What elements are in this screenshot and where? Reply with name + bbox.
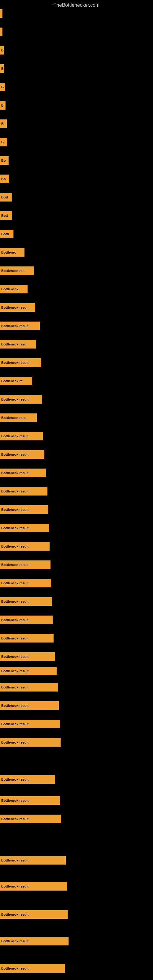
bar: Bottleneck result: [0, 450, 45, 459]
bar: Bottleneck re: [0, 377, 32, 385]
bar-row: Bottleneck result: [0, 487, 153, 495]
bar-row: Bo: [0, 175, 153, 183]
bar-row: Bottleneck result: [0, 775, 153, 784]
bar: Bottleneck result: [0, 487, 48, 495]
bar-row: Bottleneck result: [0, 815, 153, 823]
bar: Bottleneck result: [0, 524, 49, 532]
bar-row: Bottleneck resu: [0, 414, 153, 422]
bar: B: [0, 46, 4, 54]
bar: Bottleneck result: [0, 358, 41, 367]
bar-row: Bottleneck result: [0, 395, 153, 404]
bar-row: Bottleneck result: [0, 358, 153, 367]
bar-row: Bottleneck resu: [0, 303, 153, 312]
bar: Bott: [0, 211, 12, 220]
bar-row: Bottleneck result: [0, 542, 153, 550]
bar-row: Bottlenec: [0, 248, 153, 257]
bar: Bottleneck result: [0, 321, 40, 330]
bar: Bottleneck result: [0, 910, 68, 919]
bar-row: Bottleneck result: [0, 652, 153, 661]
bar-row: [0, 27, 153, 36]
bar: B: [0, 119, 7, 128]
bar: Bottleneck result: [0, 738, 61, 747]
bar: Bottleneck: [0, 285, 27, 293]
bar-row: Bottleneck result: [0, 432, 153, 441]
bar-row: Bottleneck result: [0, 524, 153, 532]
bar: Bottleneck result: [0, 856, 66, 865]
bar-row: Bottleneck result: [0, 701, 153, 710]
bar: Bottleneck result: [0, 432, 43, 441]
bar-row: Bottleneck result: [0, 597, 153, 606]
bar-row: Bottleneck result: [0, 796, 153, 805]
bar: [0, 9, 2, 18]
bar-row: B: [0, 83, 153, 91]
bar-row: Bottleneck result: [0, 882, 153, 891]
bar: Bott: [0, 193, 12, 202]
bar-row: Bottleneck result: [0, 667, 153, 675]
bar: B: [0, 138, 7, 146]
bar-row: Bottleneck result: [0, 937, 153, 945]
bar: Bo: [0, 175, 9, 183]
bar: Bottleneck result: [0, 652, 55, 661]
bar: Bo: [0, 156, 9, 165]
bar: Bottleneck result: [0, 395, 42, 404]
bar: Bottleneck result: [0, 616, 53, 624]
bar: Bottleneck result: [0, 815, 61, 823]
bar: Bottleneck result: [0, 775, 55, 784]
bar: Bottleneck result: [0, 937, 69, 945]
bar-row: B: [0, 101, 153, 110]
bar-row: Bottleneck result: [0, 683, 153, 692]
bar-row: Bott: [0, 193, 153, 202]
bar: Bottlenec: [0, 248, 24, 257]
bar-row: Bottleneck re: [0, 377, 153, 385]
bar-row: Bottleneck result: [0, 738, 153, 747]
bar-row: Bottleneck result: [0, 469, 153, 477]
bar-row: Bottleneck res: [0, 266, 153, 275]
bar-row: Bottleneck result: [0, 450, 153, 459]
bar-row: B: [0, 46, 153, 54]
bar-row: Bottleneck result: [0, 964, 153, 973]
bar: Bottleneck res: [0, 266, 33, 275]
bar: Bottleneck resu: [0, 303, 35, 312]
bar-row: Bottleneck result: [0, 616, 153, 624]
bar: Bottleneck result: [0, 560, 51, 569]
bar-row: Bottleneck result: [0, 560, 153, 569]
bar-row: [0, 9, 153, 18]
bar-row: Bottleneck result: [0, 720, 153, 728]
bar-row: B: [0, 138, 153, 146]
bar-row: Bottleneck result: [0, 910, 153, 919]
bar-row: Bo: [0, 156, 153, 165]
bar-row: Bottleneck result: [0, 505, 153, 514]
bar: Bottleneck result: [0, 579, 51, 587]
bar: Bottleneck result: [0, 634, 54, 643]
bar: B: [0, 101, 5, 110]
bar: Bottleneck result: [0, 701, 59, 710]
bar-row: Bottleneck result: [0, 321, 153, 330]
bar: Bottleneck resu: [0, 340, 36, 348]
bar: B: [0, 64, 4, 73]
bar: Bottleneck result: [0, 505, 48, 514]
bar-row: B: [0, 119, 153, 128]
bar: B: [0, 83, 5, 91]
bar-row: Bottl: [0, 230, 153, 238]
bar: Bottl: [0, 230, 13, 238]
bar: Bottleneck result: [0, 882, 67, 891]
bar: [0, 27, 2, 36]
site-title: TheBottlenecker.com: [0, 0, 153, 10]
bar: Bottleneck result: [0, 597, 52, 606]
bar-row: Bottleneck: [0, 285, 153, 293]
bar-row: Bottleneck resu: [0, 340, 153, 348]
bar: Bottleneck result: [0, 796, 60, 805]
bar: Bottleneck result: [0, 469, 46, 477]
bar-row: Bottleneck result: [0, 634, 153, 643]
bar-row: Bottleneck result: [0, 579, 153, 587]
bar-row: Bottleneck result: [0, 856, 153, 865]
bar: Bottleneck result: [0, 964, 65, 973]
bar: Bottleneck result: [0, 542, 49, 550]
bar: Bottleneck resu: [0, 414, 37, 422]
bar-row: B: [0, 64, 153, 73]
bar: Bottleneck result: [0, 720, 60, 728]
bar: Bottleneck result: [0, 667, 57, 675]
bar-row: Bott: [0, 211, 153, 220]
bar: Bottleneck result: [0, 683, 58, 692]
